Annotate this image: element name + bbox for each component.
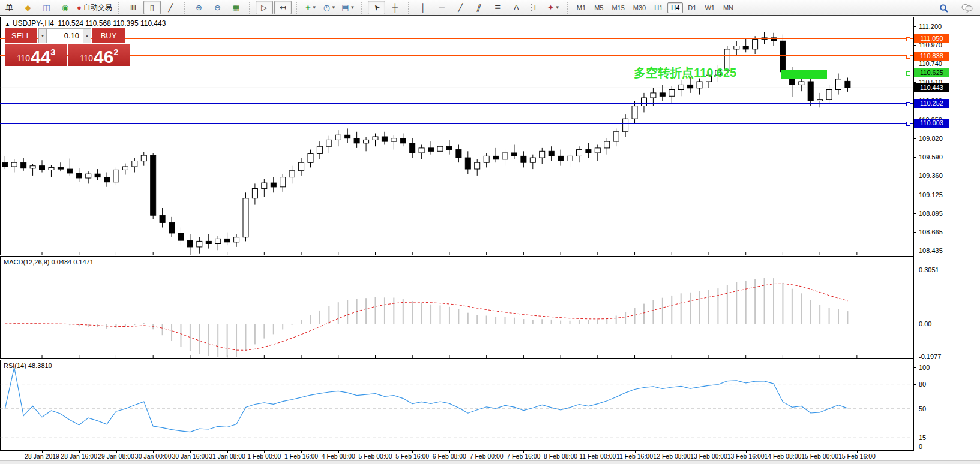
cursor-button[interactable]: ➤: [368, 1, 385, 14]
axis-tick: [913, 324, 916, 324]
time-label: 13 Feb 16:00: [727, 453, 765, 460]
axis-tick: [913, 447, 916, 447]
chart-shift-button[interactable]: ▷: [256, 1, 273, 14]
channel-button[interactable]: ∥: [470, 1, 488, 14]
line-chart-button[interactable]: ╱: [162, 1, 179, 14]
buy-price[interactable]: 110462: [68, 44, 130, 66]
pivot-annotation-text[interactable]: 多空转折点110.625: [634, 65, 736, 81]
price-tick-label: 108.895: [919, 210, 943, 217]
fibonacci-button[interactable]: ≣: [489, 1, 507, 14]
templates-button[interactable]: ▤▼: [340, 1, 357, 14]
data-window-icon[interactable]: ◫: [38, 1, 55, 14]
time-label: 6 Feb 08:00: [433, 453, 466, 460]
buy-button[interactable]: BUY: [92, 28, 125, 43]
collapse-arrow-icon[interactable]: ▲: [5, 21, 10, 27]
price-tick-label: 110.740: [919, 60, 942, 67]
price-badge-110.625: 110.625: [914, 68, 949, 77]
axis-tick: [913, 45, 916, 46]
macd-plot: [0, 257, 913, 358]
price-badge-110.838: 110.838: [914, 52, 949, 61]
level-handle[interactable]: [906, 37, 910, 41]
rsi-plot: [0, 360, 913, 450]
auto-scroll-button[interactable]: ↤: [274, 1, 292, 14]
time-label: 14 Feb 08:00: [764, 453, 801, 460]
axis-tick: [913, 270, 916, 270]
new-order-button[interactable]: 单: [1, 1, 18, 14]
sell-button[interactable]: SELL: [5, 28, 37, 43]
zoom-in-button[interactable]: ⊕: [190, 1, 208, 14]
main-toolbar: 单◆◫◉●自动交易≣▯╱⊕⊖▦▷↤+▼◷▼▤▼➤┼│─╱∥≣AT✦▼ M1M5M…: [0, 0, 980, 16]
toolbar-separator: [408, 2, 412, 14]
axis-tick: [913, 438, 916, 438]
time-label: 5 Feb 00:00: [358, 453, 392, 460]
level-handle[interactable]: [906, 122, 910, 126]
highlight-rectangle[interactable]: [781, 70, 827, 79]
level-line-111.050[interactable]: [0, 38, 913, 39]
text-button[interactable]: A: [508, 1, 525, 14]
macd-pane[interactable]: [0, 257, 913, 358]
timeframe-button-M30[interactable]: M30: [630, 2, 649, 13]
zoom-out-button[interactable]: ⊖: [209, 1, 226, 14]
window-bottom-strip: [0, 460, 980, 464]
trendline-button[interactable]: ╱: [452, 1, 469, 14]
level-line-110.252[interactable]: [0, 103, 913, 104]
chart-window-icon[interactable]: ◆: [19, 1, 37, 14]
new-chart-button[interactable]: +▼: [302, 1, 320, 14]
level-handle[interactable]: [906, 102, 910, 106]
rsi-pane[interactable]: [0, 360, 913, 450]
timeframe-button-M5[interactable]: M5: [591, 2, 607, 13]
timeframe-button-M1[interactable]: M1: [573, 2, 589, 13]
axis-tick: [913, 409, 916, 409]
horizontal-line-button[interactable]: ─: [433, 1, 451, 14]
bar-chart-button[interactable]: ≣: [125, 1, 142, 14]
price-badge-110.003: 110.003: [914, 119, 949, 128]
time-label: 31 Jan 08:00: [209, 453, 245, 460]
price-tick-label: 109.590: [919, 153, 943, 161]
one-click-trade-panel: SELL ▼ ▲ BUY 110443 110462: [5, 28, 130, 66]
periods-button[interactable]: ◷▼: [321, 1, 338, 14]
level-handle[interactable]: [906, 55, 910, 59]
timeframe-button-D1[interactable]: D1: [684, 2, 700, 13]
level-line-110.625[interactable]: [0, 73, 913, 73]
volume-down-button[interactable]: ▼: [38, 28, 47, 43]
toolbar-separator: [361, 2, 365, 14]
level-line-110.003[interactable]: [0, 123, 913, 124]
timeframe-button-H4[interactable]: H4: [667, 2, 683, 13]
auto-trading-button[interactable]: ●自动交易: [75, 1, 114, 14]
candlestick-chart-button[interactable]: ▯: [143, 1, 161, 14]
toolbar-separator: [184, 2, 187, 14]
timeframe-button-W1[interactable]: W1: [701, 2, 718, 13]
level-handle[interactable]: [906, 71, 910, 76]
crosshair-button[interactable]: ┼: [386, 1, 404, 14]
sell-price[interactable]: 110443: [5, 44, 67, 66]
level-line-110.838[interactable]: [0, 55, 913, 56]
text-label-button[interactable]: T: [526, 1, 544, 14]
time-label: 7 Feb 00:00: [470, 453, 504, 460]
arrows-button[interactable]: ✦▼: [545, 1, 562, 14]
time-label: 15 Feb 00:00: [801, 453, 838, 460]
time-label: 4 Feb 08:00: [322, 453, 355, 460]
macd-axis-label: 0.00: [919, 320, 931, 327]
timeframe-button-H1[interactable]: H1: [651, 2, 666, 13]
price-tick-label: 109.125: [919, 191, 943, 198]
chat-icon[interactable]: [958, 1, 976, 15]
time-label: 8 Feb 08:00: [544, 453, 577, 460]
axis-tick: [913, 195, 916, 195]
time-label: 30 Jan 00:00: [135, 453, 172, 460]
tile-windows-button[interactable]: ▦: [227, 1, 245, 14]
timeframe-button-M15[interactable]: M15: [608, 2, 628, 13]
candles: [0, 17, 913, 255]
vertical-line-button[interactable]: │: [415, 1, 432, 14]
time-label: 13 Feb 00:00: [690, 453, 727, 460]
search-icon[interactable]: [935, 1, 952, 15]
axis-tick: [913, 384, 916, 385]
volume-input[interactable]: [47, 28, 83, 43]
toolbar-separator: [296, 2, 299, 14]
signals-icon[interactable]: ◉: [56, 1, 74, 14]
main-chart-pane[interactable]: [0, 17, 913, 255]
volume-up-button[interactable]: ▲: [83, 28, 91, 43]
time-label: 12 Feb 08:00: [653, 453, 690, 460]
time-label: 11 Feb 00:00: [579, 453, 616, 460]
timeframe-button-MN[interactable]: MN: [720, 2, 737, 13]
time-label: 1 Feb 16:00: [284, 453, 318, 460]
